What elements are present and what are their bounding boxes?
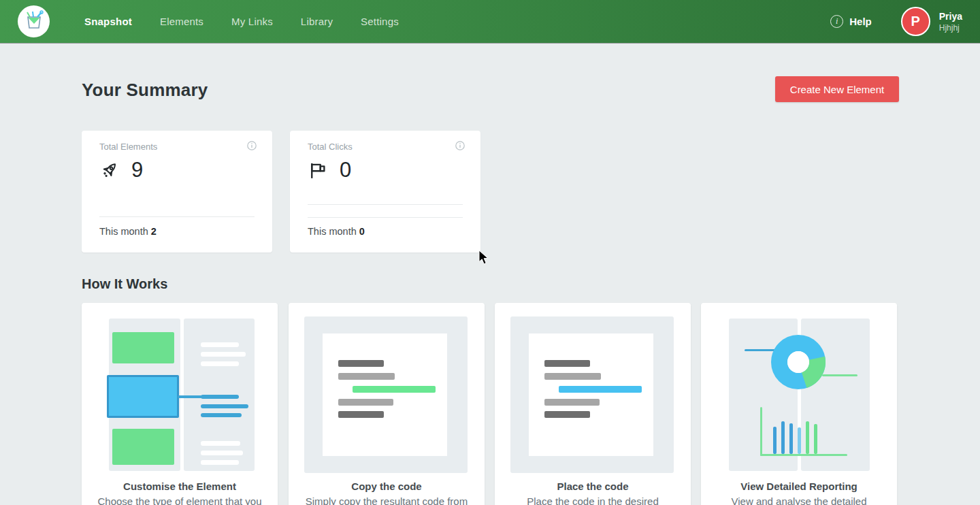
hiw-card-title: Copy the code — [289, 480, 485, 492]
info-icon: i — [830, 15, 843, 28]
code-line — [544, 360, 590, 367]
month-label: This month — [99, 226, 148, 237]
create-new-element-button[interactable]: Create New Element — [775, 76, 899, 102]
bar — [814, 424, 817, 454]
month-value: 2 — [151, 226, 157, 237]
text-line — [201, 460, 239, 465]
text-line — [201, 361, 239, 366]
info-icon[interactable] — [247, 141, 257, 150]
how-it-works-title: How It Works — [82, 276, 167, 292]
highlighted-code-line — [353, 386, 436, 393]
hiw-card-customise[interactable]: Customise the Element Choose the type of… — [82, 303, 278, 505]
code-line — [338, 399, 393, 406]
bar-chart-x-axis — [760, 454, 847, 456]
stat-value-row: 9 — [99, 158, 143, 182]
bar — [773, 427, 777, 454]
nav-item-my-links[interactable]: My Links — [231, 16, 273, 27]
blue-text-line — [201, 413, 242, 417]
stat-value-row: 0 — [308, 158, 351, 182]
donut-chart — [771, 335, 826, 389]
divider — [99, 216, 255, 217]
hiw-card-place-code[interactable]: Place the code Place the code in the des… — [495, 303, 691, 505]
app-logo[interactable] — [18, 5, 50, 37]
nav-right: i Help P Priya Hjhjhj — [830, 7, 962, 36]
month-label: This month — [308, 226, 357, 237]
hiw-card-description: Simply copy the resultant code from — [289, 495, 485, 505]
divider — [308, 217, 463, 218]
avatar: P — [901, 7, 930, 36]
code-sheet — [529, 333, 653, 456]
user-org: Hjhjhj — [939, 23, 962, 33]
main-nav: Snapshot Elements My Links Library Setti… — [84, 16, 399, 27]
code-sheet — [323, 333, 447, 456]
hiw-card-description: View and analyse the detailed — [701, 495, 897, 505]
bar — [798, 427, 801, 454]
hiw-card-reporting[interactable]: View Detailed Reporting View and analyse… — [701, 303, 897, 505]
blue-text-line — [201, 395, 239, 399]
flag-icon — [308, 160, 328, 180]
rocket-icon — [99, 160, 120, 180]
user-name: Priya — [939, 11, 962, 22]
text-line — [201, 342, 239, 347]
hiw-card-title: Place the code — [495, 480, 691, 492]
hiw-card-copy-code[interactable]: Copy the code Simply copy the resultant … — [289, 303, 485, 505]
green-block — [112, 429, 174, 465]
text-line — [201, 451, 243, 455]
divider — [308, 204, 463, 205]
code-line — [338, 360, 384, 367]
stat-value: 9 — [131, 158, 143, 182]
green-block — [112, 332, 174, 363]
bar — [781, 421, 785, 454]
donut-callout-green — [822, 374, 858, 376]
stat-label: Total Clicks — [308, 142, 353, 152]
stat-card-total-clicks: Total Clicks 0 This month 0 — [290, 131, 480, 253]
info-icon[interactable] — [455, 141, 465, 150]
highlighted-code-line — [559, 386, 642, 393]
stat-this-month: This month 2 — [99, 226, 157, 237]
hiw-card-title: View Detailed Reporting — [701, 480, 897, 492]
mouse-cursor — [478, 250, 489, 265]
blue-text-line — [201, 404, 248, 408]
selected-blue-block — [107, 375, 179, 418]
user-text: Priya Hjhjhj — [939, 11, 962, 33]
stat-card-total-elements: Total Elements 9 This month 2 — [82, 131, 272, 253]
hiw-card-title: Customise the Element — [82, 480, 278, 492]
code-line — [338, 411, 384, 418]
bar — [806, 421, 809, 454]
hiw-card-description: Place the code in the desired — [495, 495, 691, 505]
help-label: Help — [849, 16, 872, 27]
stat-value: 0 — [340, 158, 351, 182]
help-button[interactable]: i Help — [830, 15, 872, 28]
code-line — [338, 373, 395, 380]
top-navbar: Snapshot Elements My Links Library Setti… — [0, 0, 980, 43]
nav-item-settings[interactable]: Settings — [361, 16, 399, 27]
nav-item-elements[interactable]: Elements — [160, 16, 203, 27]
user-menu[interactable]: P Priya Hjhjhj — [901, 7, 962, 36]
month-value: 0 — [359, 226, 365, 237]
logo-icon — [22, 10, 46, 33]
nav-item-library[interactable]: Library — [301, 16, 333, 27]
stat-label: Total Elements — [99, 142, 157, 152]
page-title: Your Summary — [82, 80, 208, 101]
text-line — [201, 441, 240, 446]
hiw-card-description: Choose the type of element that you — [82, 495, 278, 505]
code-line — [544, 399, 600, 406]
text-line — [201, 352, 246, 357]
stat-this-month: This month 0 — [308, 226, 365, 237]
code-line — [544, 373, 601, 380]
bar-chart-y-axis — [760, 407, 762, 456]
nav-item-snapshot[interactable]: Snapshot — [84, 16, 132, 27]
code-line — [544, 411, 590, 418]
bar — [789, 423, 793, 454]
